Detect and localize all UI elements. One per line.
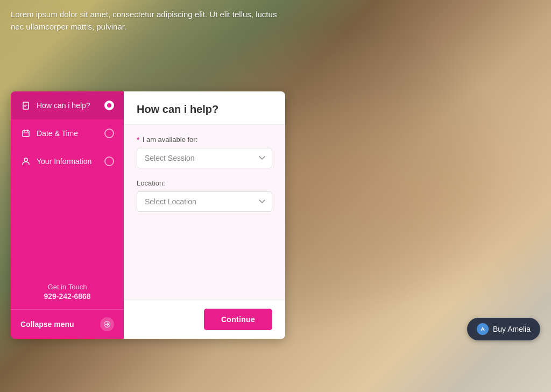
calendar-icon [20, 128, 31, 139]
svg-point-13 [479, 325, 486, 333]
session-label: * I am available for: [137, 136, 272, 144]
hero-text: Lorem ipsum dolor sit amet, consectetur … [11, 9, 280, 33]
sidebar-item-radio-how [104, 101, 114, 110]
sidebar-item-radio-info [104, 156, 114, 166]
sidebar-item-label-how: How can i help? [37, 101, 99, 110]
person-icon [20, 156, 31, 167]
session-form-group: * I am available for: Select Session [137, 136, 272, 168]
collapse-label: Collapse menu [20, 320, 74, 329]
collapse-menu[interactable]: Collapse menu [11, 309, 124, 339]
sidebar-footer: Get in Touch 929-242-6868 [11, 274, 124, 309]
main-footer: Continue [124, 300, 285, 339]
amelia-icon [477, 323, 489, 335]
main-header: How can i help? [124, 91, 285, 125]
sidebar-item-label-date: Date & Time [37, 129, 99, 138]
session-required-star: * [137, 136, 139, 144]
main-content: How can i help? * I am available for: Se… [124, 91, 285, 339]
continue-button[interactable]: Continue [204, 309, 272, 330]
get-in-touch-label: Get in Touch [19, 283, 115, 291]
booking-widget: How can i help? Date & Time [11, 91, 285, 339]
svg-point-8 [24, 158, 27, 161]
location-form-group: Location: Select Location [137, 179, 272, 212]
hero-text-content: Lorem ipsum dolor sit amet, consectetur … [11, 10, 277, 31]
sidebar-item-your-information[interactable]: Your Information [11, 147, 124, 175]
session-label-text: I am available for: [143, 136, 198, 144]
buy-amelia-button[interactable]: Buy Amelia [467, 318, 540, 340]
sidebar-item-date-time[interactable]: Date & Time [11, 119, 124, 147]
clipboard-icon [20, 100, 31, 111]
main-title: How can i help? [137, 103, 272, 116]
sidebar-nav: How can i help? Date & Time [11, 91, 124, 274]
sidebar-item-how-can-i-help[interactable]: How can i help? [11, 91, 124, 119]
phone-number: 929-242-6868 [19, 292, 115, 301]
form-area: * I am available for: Select Session Loc… [124, 125, 285, 300]
svg-rect-4 [23, 131, 29, 137]
location-label: Location: [137, 179, 272, 187]
sidebar-item-label-info: Your Information [37, 157, 99, 166]
session-select[interactable]: Select Session [137, 148, 272, 168]
buy-amelia-label: Buy Amelia [493, 325, 531, 333]
location-select[interactable]: Select Location [137, 191, 272, 212]
sidebar-item-radio-date [104, 129, 114, 138]
collapse-button-icon[interactable] [100, 317, 114, 331]
sidebar: How can i help? Date & Time [11, 91, 124, 339]
